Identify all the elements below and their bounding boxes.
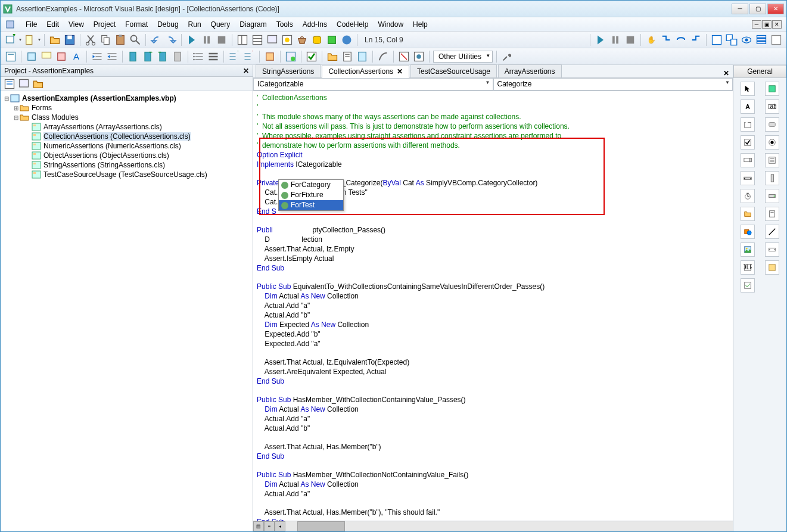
param-info-button[interactable] bbox=[55, 50, 68, 63]
tb2-btn1[interactable] bbox=[263, 50, 276, 63]
menu-window[interactable]: Window bbox=[373, 19, 408, 30]
pointer-tool[interactable] bbox=[741, 82, 755, 96]
other-utilities-dropdown[interactable]: Other Utilities bbox=[433, 51, 493, 63]
frame-tool[interactable] bbox=[741, 117, 755, 132]
stop2-button[interactable] bbox=[624, 33, 637, 46]
step-over-icon[interactable] bbox=[674, 33, 688, 46]
tree-folder-forms[interactable]: ⊞ Forms bbox=[3, 103, 250, 113]
comment-button[interactable]: ' bbox=[228, 50, 241, 63]
class-button[interactable] bbox=[356, 50, 369, 63]
toolbox-button[interactable] bbox=[295, 33, 309, 46]
tree-folder-modules[interactable]: ⊟ Class Modules bbox=[3, 113, 250, 122]
hand-icon[interactable]: ✋ bbox=[645, 33, 658, 46]
tb2-btn2[interactable] bbox=[284, 50, 297, 63]
add-form-button[interactable] bbox=[4, 33, 17, 46]
run2-button[interactable] bbox=[594, 33, 607, 46]
list1-button[interactable] bbox=[192, 50, 205, 63]
menu-edit[interactable]: Edit bbox=[42, 19, 64, 30]
shape-tool[interactable] bbox=[741, 225, 755, 239]
data-view-button[interactable] bbox=[310, 33, 323, 46]
end-button[interactable] bbox=[215, 33, 228, 46]
toggle-folders-button[interactable] bbox=[32, 77, 45, 91]
step-into-icon[interactable] bbox=[660, 33, 673, 46]
pause2-button[interactable] bbox=[609, 33, 622, 46]
horizontal-scrollbar[interactable]: ▤ ≡ ◂ bbox=[253, 521, 733, 531]
folder-new-button[interactable] bbox=[326, 50, 339, 63]
window1-icon[interactable] bbox=[710, 33, 723, 46]
intellisense-popup[interactable]: ForCategoryForFixtureForTest bbox=[278, 179, 344, 211]
menu-file[interactable]: File bbox=[21, 19, 42, 30]
tb2-checkbox[interactable] bbox=[305, 50, 318, 63]
redo-button[interactable] bbox=[164, 33, 178, 46]
open-button[interactable] bbox=[48, 33, 61, 46]
dirlistbox-tool[interactable] bbox=[741, 207, 755, 221]
project-panel-close[interactable]: ✕ bbox=[243, 67, 249, 75]
copy-button[interactable] bbox=[99, 33, 112, 46]
intellisense-item[interactable]: ForTest bbox=[279, 200, 343, 210]
expander-icon[interactable]: ⊟ bbox=[13, 114, 20, 121]
view-object-button[interactable] bbox=[17, 77, 30, 91]
object-dropdown[interactable]: ICategorizable bbox=[253, 78, 493, 91]
timer-tool[interactable] bbox=[741, 189, 755, 203]
commandbutton-tool[interactable] bbox=[765, 117, 779, 132]
scroll-thumb[interactable] bbox=[297, 521, 345, 531]
list2-button[interactable] bbox=[207, 50, 220, 63]
intellisense-item[interactable]: ForFixture bbox=[279, 190, 343, 200]
vscrollbar-tool[interactable] bbox=[765, 171, 779, 185]
locals-icon[interactable] bbox=[770, 33, 783, 46]
drivelistbox-tool[interactable] bbox=[765, 189, 779, 203]
bookmark2-button[interactable] bbox=[141, 50, 154, 63]
tab-testcasesourceusage[interactable]: TestCaseSourceUsage bbox=[410, 64, 497, 77]
line-tool[interactable] bbox=[765, 225, 779, 239]
menu-query[interactable]: Query bbox=[206, 19, 235, 30]
menu-help[interactable]: Help bbox=[408, 19, 433, 30]
picturebox-tool[interactable] bbox=[765, 82, 779, 96]
menu-debug[interactable]: Debug bbox=[153, 19, 183, 30]
mdi-minimize-button[interactable]: ─ bbox=[752, 20, 761, 29]
tools-button[interactable] bbox=[500, 50, 514, 63]
step-out-icon[interactable] bbox=[689, 33, 702, 46]
tab-bar-close[interactable]: ✕ bbox=[723, 69, 729, 77]
tab-arrayassertions[interactable]: ArrayAssertions bbox=[498, 64, 562, 77]
object-browser-button[interactable] bbox=[281, 33, 294, 46]
view-code-button[interactable] bbox=[3, 77, 16, 91]
scroll-left-button[interactable]: ◂ bbox=[275, 521, 285, 531]
menu-codehelp[interactable]: CodeHelp bbox=[332, 19, 373, 30]
tab-stringassertions[interactable]: StringAssertions bbox=[256, 64, 321, 77]
menu-diagram[interactable]: Diagram bbox=[235, 19, 271, 30]
intellisense-item[interactable]: ForCategory bbox=[279, 180, 343, 190]
tree-item[interactable]: TestCaseSourceUsage (TestCaseSourceUsage… bbox=[3, 170, 250, 179]
project-explorer-button[interactable] bbox=[236, 33, 249, 46]
tree-item[interactable]: NumericAssertions (NumericAssertions.cls… bbox=[3, 141, 250, 151]
procedure-dropdown[interactable]: Categorize bbox=[493, 78, 733, 91]
draw-button[interactable] bbox=[377, 50, 390, 63]
tree-item[interactable]: CollectionAssertions (CollectionAssertio… bbox=[3, 132, 250, 141]
watch-icon[interactable] bbox=[740, 33, 753, 46]
checkbox-tool[interactable] bbox=[741, 135, 755, 150]
data-tool[interactable] bbox=[765, 242, 779, 257]
list-properties-button[interactable] bbox=[4, 50, 17, 63]
close-button[interactable]: ✕ bbox=[767, 4, 784, 14]
cut-button[interactable] bbox=[84, 33, 97, 46]
components-button[interactable] bbox=[412, 50, 425, 63]
bookmark1-button[interactable] bbox=[126, 50, 139, 63]
misc-tool[interactable] bbox=[765, 260, 779, 275]
minimize-button[interactable]: ─ bbox=[732, 4, 748, 14]
listbox-tool[interactable] bbox=[765, 153, 779, 167]
uncomment-button[interactable]: ' bbox=[242, 50, 256, 63]
tab-close[interactable]: ✕ bbox=[397, 67, 403, 76]
quick-info-button[interactable] bbox=[40, 50, 53, 63]
project-tree[interactable]: ⊟ AssertionExamples (AssertionExamples.v… bbox=[1, 91, 253, 531]
outdent-button[interactable] bbox=[105, 50, 119, 63]
save-button[interactable] bbox=[63, 33, 76, 46]
expander-icon[interactable]: ⊟ bbox=[3, 95, 10, 102]
undo-button[interactable] bbox=[150, 33, 163, 46]
filelistbox-tool[interactable] bbox=[765, 207, 779, 221]
tree-item[interactable]: ArrayAssertions (ArrayAssertions.cls) bbox=[3, 122, 250, 132]
ole-tool[interactable]: OLE bbox=[741, 260, 755, 275]
start-button[interactable] bbox=[185, 33, 198, 46]
mdi-restore-button[interactable]: ▣ bbox=[762, 20, 772, 29]
menu-project[interactable]: Project bbox=[89, 19, 120, 30]
indent-button[interactable] bbox=[91, 50, 104, 63]
tab-collectionassertions[interactable]: CollectionAssertions✕ bbox=[322, 65, 409, 78]
